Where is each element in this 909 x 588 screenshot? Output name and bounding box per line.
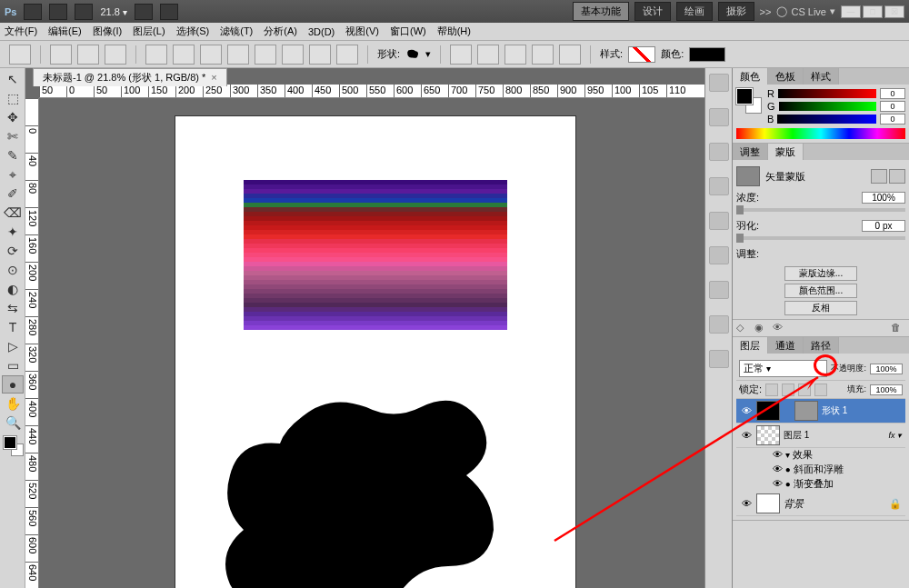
feather-value[interactable]: 0 px bbox=[862, 220, 905, 232]
effect-item[interactable]: 👁 ● 渐变叠加 bbox=[736, 477, 905, 492]
shape-layers-icon[interactable] bbox=[50, 45, 72, 65]
maximize-button[interactable]: □ bbox=[863, 5, 883, 18]
close-button[interactable]: ☒ bbox=[884, 5, 904, 18]
layer-mask-thumbnail[interactable] bbox=[794, 401, 818, 421]
canvas-viewport[interactable] bbox=[39, 98, 704, 588]
menu-filter[interactable]: 滤镜(T) bbox=[220, 25, 253, 38]
bridge-icon[interactable] bbox=[24, 4, 42, 20]
menu-3d[interactable]: 3D(D) bbox=[308, 26, 335, 37]
tab-adjustments[interactable]: 调整 bbox=[733, 144, 768, 160]
mask-thumbnail[interactable] bbox=[736, 166, 760, 186]
ellipse-shape-icon[interactable] bbox=[255, 45, 276, 65]
opacity-value[interactable]: 100% bbox=[870, 364, 903, 374]
info-panel-icon[interactable] bbox=[709, 281, 729, 299]
swatches-panel-icon[interactable] bbox=[709, 212, 729, 230]
workspace-essentials[interactable]: 基本功能 bbox=[573, 2, 629, 21]
color-range-button[interactable]: 颜色范围... bbox=[784, 284, 857, 298]
crop-tool[interactable]: ✄ bbox=[2, 127, 24, 145]
menu-help[interactable]: 帮助(H) bbox=[437, 25, 471, 38]
layer-thumbnail[interactable] bbox=[756, 493, 780, 513]
workspace-design[interactable]: 设计 bbox=[634, 2, 671, 21]
document-tab[interactable]: 未标题-1 @ 21.8% (形状 1, RGB/8) *× bbox=[33, 68, 227, 86]
mask-edge-button[interactable]: 蒙版边缘... bbox=[784, 266, 857, 281]
r-value[interactable]: 0 bbox=[880, 88, 905, 99]
layer-row[interactable]: 👁 背景 🔒 bbox=[736, 492, 905, 516]
menu-edit[interactable]: 编辑(E) bbox=[48, 25, 82, 38]
blend-mode-select[interactable]: 正常 ▾ bbox=[739, 360, 827, 377]
vector-mask-icon[interactable] bbox=[889, 169, 905, 184]
layer-name[interactable]: 图层 1 bbox=[784, 429, 884, 442]
eyedropper-tool[interactable]: ✎ bbox=[2, 146, 24, 164]
healing-tool[interactable]: ⌖ bbox=[2, 165, 24, 184]
menu-analysis[interactable]: 分析(A) bbox=[264, 25, 297, 38]
marquee-tool[interactable]: ⬚ bbox=[2, 89, 24, 107]
arrange-icon[interactable] bbox=[135, 4, 153, 20]
tab-swatches[interactable]: 色板 bbox=[768, 68, 804, 85]
ruler-vertical[interactable]: 0408012016020024028032036040044048052056… bbox=[25, 98, 39, 588]
feather-slider[interactable] bbox=[736, 236, 905, 240]
tab-color[interactable]: 颜色 bbox=[733, 68, 768, 85]
effects-header[interactable]: 👁 ▾ 效果 bbox=[736, 448, 905, 463]
lasso-tool[interactable]: ✥ bbox=[2, 108, 24, 126]
menu-view[interactable]: 视图(V) bbox=[345, 25, 379, 38]
line-shape-icon[interactable] bbox=[309, 45, 331, 65]
brush-tool[interactable]: ✐ bbox=[2, 184, 24, 203]
color-swatches-tool[interactable] bbox=[2, 436, 23, 463]
foreground-color-swatch[interactable] bbox=[4, 436, 16, 449]
lock-transparency-icon[interactable] bbox=[765, 384, 778, 396]
character-panel-icon[interactable] bbox=[709, 315, 729, 334]
ruler-horizontal[interactable]: 5005010015020025030035040045050055060065… bbox=[39, 85, 704, 98]
fg-color-preview[interactable] bbox=[736, 88, 753, 105]
visibility-toggle[interactable]: 👁 bbox=[740, 404, 753, 417]
apply-mask-icon[interactable]: ◉ bbox=[754, 322, 769, 334]
shape-dropdown-icon[interactable]: ▾ bbox=[425, 48, 431, 60]
effect-item[interactable]: 👁 ● 斜面和浮雕 bbox=[736, 463, 905, 477]
tab-masks[interactable]: 蒙版 bbox=[768, 144, 804, 160]
fill-pixels-icon[interactable] bbox=[105, 45, 126, 65]
g-value[interactable]: 0 bbox=[880, 101, 905, 112]
r-slider[interactable] bbox=[778, 89, 876, 98]
paragraph-panel-icon[interactable] bbox=[709, 350, 729, 368]
layer-row[interactable]: 👁 图层 1 fx ▾ bbox=[736, 424, 905, 448]
paths-icon[interactable] bbox=[77, 45, 99, 65]
fx-badge[interactable]: fx ▾ bbox=[888, 431, 902, 440]
rect-shape-icon[interactable] bbox=[200, 45, 222, 65]
disable-mask-icon[interactable]: 👁 bbox=[773, 322, 787, 334]
rounded-rect-icon[interactable] bbox=[227, 45, 249, 65]
minibridge-icon[interactable] bbox=[49, 4, 67, 20]
zoom-level[interactable]: 21.8 ▾ bbox=[100, 6, 126, 17]
blur-tool[interactable]: ◐ bbox=[2, 280, 24, 298]
zoom-tool[interactable]: 🔍 bbox=[2, 414, 24, 432]
pen-tool-icon[interactable] bbox=[145, 45, 167, 65]
layer-thumbnail[interactable] bbox=[756, 425, 780, 445]
layer-row[interactable]: 👁 形状 1 bbox=[736, 399, 905, 424]
menu-image[interactable]: 图像(I) bbox=[93, 25, 122, 38]
freeform-pen-icon[interactable] bbox=[173, 45, 195, 65]
history-brush-tool[interactable]: ✦ bbox=[2, 223, 24, 241]
workspace-more[interactable]: >> bbox=[760, 6, 772, 17]
tab-styles[interactable]: 样式 bbox=[804, 68, 839, 85]
delete-mask-icon[interactable]: 🗑 bbox=[891, 322, 905, 334]
fill-value[interactable]: 100% bbox=[870, 384, 903, 395]
menu-window[interactable]: 窗口(W) bbox=[390, 25, 426, 38]
path-op-1[interactable] bbox=[450, 45, 472, 65]
spectrum-picker[interactable] bbox=[736, 128, 905, 139]
custom-shape-tool[interactable]: ● bbox=[2, 375, 24, 394]
canvas[interactable] bbox=[175, 116, 575, 588]
path-op-5[interactable] bbox=[559, 45, 581, 65]
b-value[interactable]: 0 bbox=[880, 114, 905, 125]
actions-panel-icon[interactable] bbox=[709, 108, 729, 126]
eraser-tool[interactable]: ⟳ bbox=[2, 242, 24, 260]
tab-paths[interactable]: 路径 bbox=[804, 337, 839, 354]
lock-all-icon[interactable] bbox=[814, 384, 827, 396]
history-panel-icon[interactable] bbox=[709, 74, 729, 92]
visibility-toggle[interactable]: 👁 bbox=[740, 497, 753, 510]
g-slider[interactable] bbox=[779, 102, 876, 111]
tab-close-icon[interactable]: × bbox=[211, 72, 216, 83]
shape-picker-icon[interactable] bbox=[405, 48, 420, 61]
path-op-2[interactable] bbox=[477, 45, 499, 65]
extras-icon[interactable] bbox=[160, 4, 178, 20]
pixel-mask-icon[interactable] bbox=[871, 169, 887, 184]
tab-layers[interactable]: 图层 bbox=[733, 337, 768, 354]
load-selection-icon[interactable]: ◇ bbox=[736, 322, 751, 334]
